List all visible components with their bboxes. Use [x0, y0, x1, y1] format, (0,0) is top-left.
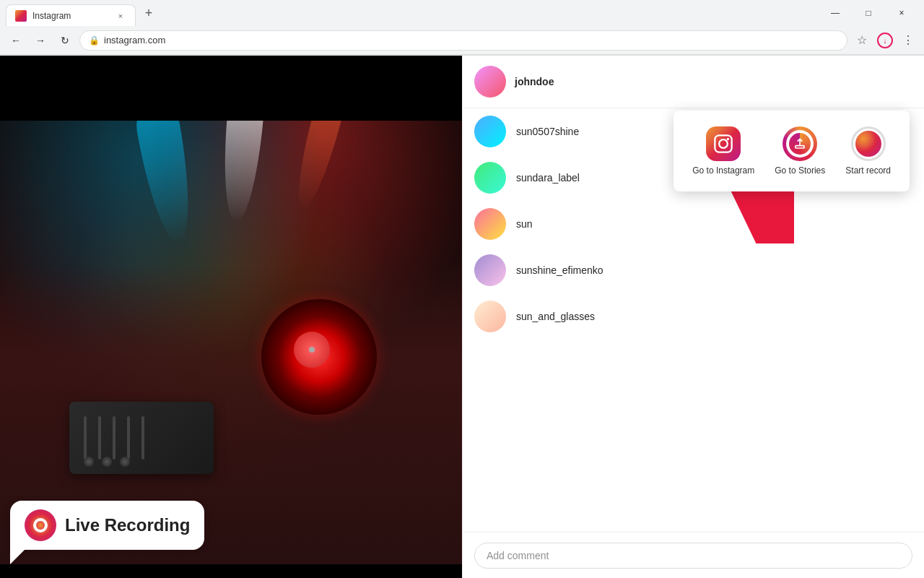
user-avatar-image [474, 254, 506, 286]
video-section: Live Recording [0, 56, 462, 578]
extension-popup: Go to Instagram Go to Stories [674, 111, 910, 191]
browser-titlebar: Instagram × + — □ × [0, 0, 924, 26]
window-controls: — □ × [819, 1, 918, 25]
browser-chrome: Instagram × + — □ × ← → ↻ 🔒 instagram.co… [0, 0, 924, 56]
dj-visual [0, 56, 462, 578]
profile-avatar [474, 66, 506, 98]
svg-rect-3 [796, 146, 804, 148]
user-item[interactable]: sun_and_glasses [463, 293, 924, 340]
stories-icon [783, 126, 817, 161]
reload-button[interactable]: ↻ [55, 30, 75, 51]
start-record-button[interactable]: Start record [838, 122, 898, 180]
live-recording-inner-circle [33, 518, 48, 532]
letterbox-bottom [0, 564, 462, 578]
instagram-icon [706, 126, 741, 161]
tab-favicon-icon [15, 10, 27, 22]
mixer [69, 402, 214, 474]
bookmark-button[interactable]: ☆ [852, 30, 872, 51]
stories-svg-icon [794, 138, 806, 150]
turntable-spindle [309, 347, 315, 353]
comment-input[interactable] [474, 543, 912, 569]
browser-toolbar: ← → ↻ 🔒 instagram.com ☆ ↓ ⋮ [0, 26, 924, 55]
video-background [0, 56, 462, 578]
svg-point-2 [727, 138, 730, 141]
browser-tab[interactable]: Instagram × [6, 4, 136, 26]
stories-icon-inner [786, 130, 814, 158]
user-avatar [474, 116, 506, 147]
mixer-fader-2 [98, 416, 101, 460]
live-recording-dot [36, 521, 45, 530]
mixer-fader-5 [141, 416, 144, 460]
record-icon-inner [855, 131, 881, 157]
user-item[interactable]: sunshine_efimenko [463, 247, 924, 293]
maximize-button[interactable]: □ [852, 1, 885, 25]
turntable [254, 292, 384, 422]
live-recording-badge: Live Recording [10, 501, 204, 550]
go-to-stories-label: Go to Stories [775, 165, 825, 176]
user-username: sun0507shine [516, 126, 579, 137]
user-username: sunshine_efimenko [516, 264, 603, 276]
url-text: instagram.com [104, 35, 165, 46]
stories-icon-center [789, 133, 811, 155]
go-to-instagram-label: Go to Instagram [692, 165, 754, 176]
tab-close-button[interactable]: × [115, 10, 126, 22]
instagram-svg-icon [713, 134, 733, 154]
address-bar[interactable]: 🔒 instagram.com [79, 30, 847, 51]
mixer-fader-1 [84, 416, 87, 460]
svg-rect-0 [715, 135, 732, 152]
user-item[interactable]: sun [463, 201, 924, 247]
toolbar-icons: ☆ ↓ ⋮ [852, 30, 918, 51]
user-avatar [474, 162, 506, 194]
close-button[interactable]: × [885, 1, 918, 25]
profile-header: johndoe [463, 56, 924, 108]
user-username: sun [516, 218, 533, 230]
letterbox-top [0, 56, 462, 121]
record-icon [851, 126, 886, 161]
download-button[interactable]: ↓ [875, 30, 895, 51]
mixer-knob-3 [120, 457, 130, 467]
tab-title: Instagram [32, 11, 112, 21]
back-button[interactable]: ← [6, 30, 26, 51]
profile-username: johndoe [515, 76, 554, 87]
user-avatar [474, 254, 506, 286]
badge-speech-tail [10, 550, 25, 564]
mixer-fader-4 [127, 416, 130, 460]
page-content: Live Recording johndoe sun0507shine [0, 56, 924, 578]
start-record-label: Start record [845, 165, 891, 176]
new-tab-button[interactable]: + [139, 3, 159, 23]
user-avatar [474, 301, 506, 332]
user-avatar-image [474, 162, 506, 194]
user-username: sundara_label [516, 172, 580, 184]
forward-button[interactable]: → [30, 30, 51, 51]
menu-button[interactable]: ⋮ [898, 30, 918, 51]
svg-point-1 [719, 139, 728, 148]
comment-section [463, 532, 924, 578]
mixer-knob [84, 457, 94, 467]
minimize-button[interactable]: — [819, 1, 852, 25]
live-recording-label: Live Recording [65, 515, 190, 535]
user-avatar-image [474, 116, 506, 147]
go-to-stories-button[interactable]: Go to Stories [767, 122, 832, 180]
lock-icon: 🔒 [89, 35, 100, 46]
user-username: sun_and_glasses [516, 311, 595, 322]
mixer-fader-3 [113, 416, 116, 460]
mixer-knob-2 [102, 457, 112, 467]
download-icon: ↓ [877, 33, 893, 48]
user-avatar [474, 208, 506, 240]
user-avatar-image [474, 301, 506, 332]
live-recording-icon [25, 509, 56, 541]
user-avatar-image [474, 208, 506, 240]
go-to-instagram-button[interactable]: Go to Instagram [685, 122, 762, 180]
profile-avatar-image [474, 66, 506, 98]
